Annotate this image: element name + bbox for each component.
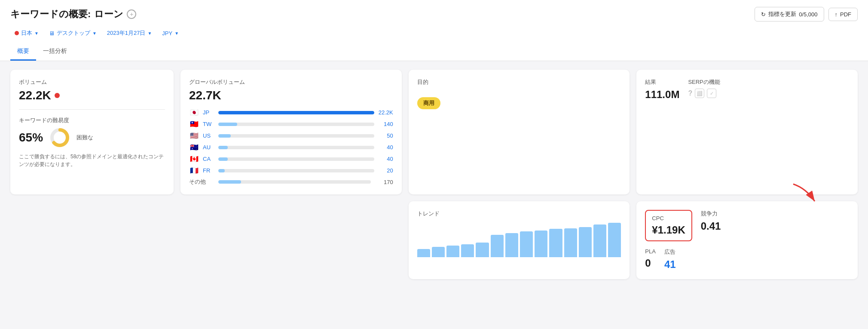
japan-flag-dot [15,31,19,35]
filter-row: 日本 ▼ 🖥 デスクトップ ▼ 2023年1月27日 ▼ JPY ▼ [10,27,858,40]
country-row-fr: 🇫🇷 FR 20 [189,166,393,175]
code-tw[interactable]: TW [203,121,215,127]
country-row-au: 🇦🇺 AU 40 [189,143,393,151]
filter-date-button[interactable]: 2023年1月27日 ▼ [103,27,156,40]
pla-value: 0 [645,257,656,269]
filter-device-button[interactable]: 🖥 デスクトップ ▼ [45,27,101,40]
filter-country-button[interactable]: 日本 ▼ [10,27,43,40]
results-serp-row: 結果 111.0M SERPの機能 ? ⬜ ✓ [645,78,849,101]
refresh-button[interactable]: ↻ 指標を更新 0/5,000 [755,7,824,22]
bar-bg-other [218,180,371,184]
bar-fill-tw [218,123,237,126]
pla-ads-row: PLA 0 広告 41 [645,248,849,271]
country-row-jp: 🇯🇵 JP 22.2K [189,108,393,117]
card-cpc: CPC ¥1.19K 競争力 0.41 PLA 0 広告 41 [636,201,858,279]
difficulty-sub: 困難な [76,134,93,141]
trend-bar-11 [564,228,577,257]
bar-fill-au [218,146,228,149]
cpc-value: ¥1.19K [652,224,685,236]
code-au[interactable]: AU [203,144,215,151]
global-volume-value: 22.7K [189,89,393,102]
filter-date-label: 2023年1月27日 [107,29,146,37]
other-count: 170 [378,179,393,185]
trends-label: トレンド [417,210,621,218]
serp-icons: ? ⬜ ✓ [688,89,720,98]
card-global-volume: グローバルボリューム 22.7K 🇯🇵 JP 22.2K 🇹🇼 TW [180,70,402,194]
header-actions: ↻ 指標を更新 0/5,000 ↑ PDF [755,7,858,22]
title-area: キーワードの概要: ローン + [10,8,136,21]
chevron-down-icon-3: ▼ [147,31,152,36]
serp-question-icon: ? [688,89,692,97]
count-jp: 22.2K [378,109,393,116]
pdf-icon: ↑ [835,11,838,18]
bar-bg-ca [218,157,374,161]
count-fr: 20 [378,167,393,174]
bar-fill-other [218,180,241,184]
code-fr[interactable]: FR [203,167,215,174]
purpose-label: 目的 [417,78,621,86]
code-us[interactable]: US [203,132,215,139]
pdf-button[interactable]: ↑ PDF [828,8,858,21]
pdf-label: PDF [840,11,851,18]
trend-bar-3 [446,246,459,257]
serp-icon-1[interactable]: ⬜ [695,89,704,98]
card-trends: トレンド [409,201,630,279]
trend-bar-5 [476,243,489,257]
trend-bar-9 [535,231,547,257]
bar-fill-jp [218,111,374,114]
difficulty-section: キーワードの難易度 65% 困難な ここで勝負するには、58の参照ドメインと最適… [19,117,165,168]
trend-bar-7 [505,233,518,257]
pla-section: PLA 0 [645,248,656,271]
serp-label: SERPの機能 [688,78,720,86]
code-ca[interactable]: CA [203,156,215,162]
chevron-down-icon-4: ▼ [174,31,179,36]
count-au: 40 [378,144,393,151]
flag-us: 🇺🇸 [189,132,199,140]
flag-tw: 🇹🇼 [189,120,199,128]
flag-jp: 🇯🇵 [189,108,199,117]
tab-bulk[interactable]: 一括分析 [36,43,74,61]
card-results: 結果 111.0M SERPの機能 ? ⬜ ✓ [636,70,858,194]
page-title-keyword: ローン [94,8,123,21]
ads-section: 広告 41 [664,248,676,271]
flag-fr: 🇫🇷 [189,166,199,175]
trend-bar-14 [608,223,621,257]
add-keyword-button[interactable]: + [127,9,136,19]
purpose-badge: 商用 [417,97,440,109]
card-volume: ボリューム 22.2K キーワードの難易度 65% 困難な [10,70,174,194]
tabs-row: 概要 一括分析 [10,43,858,61]
volume-label: ボリューム [19,78,165,86]
trend-bar-13 [593,224,606,257]
trends-chart [417,223,621,257]
difficulty-desc: ここで勝負するには、58の参照ドメインと最適化されたコンテンツが必要になります。 [19,153,165,168]
bar-bg-jp [218,111,374,114]
serp-icon-2[interactable]: ✓ [707,89,716,98]
results-value: 111.0M [645,89,679,101]
flag-au: 🇦🇺 [189,143,199,151]
filter-country-label: 日本 [21,29,32,37]
refresh-label: 指標を更新 [768,10,796,18]
difficulty-donut [49,127,70,148]
desktop-icon: 🖥 [49,30,55,37]
trend-bar-8 [520,231,533,257]
code-jp[interactable]: JP [203,109,215,116]
tab-overview[interactable]: 概要 [10,43,36,61]
bar-fill-fr [218,169,225,172]
trend-bar-6 [491,235,504,257]
trend-bar-4 [461,244,474,257]
bar-fill-us [218,134,231,138]
difficulty-label: キーワードの難易度 [19,117,165,124]
pla-label: PLA [645,248,656,255]
cpc-label: CPC [652,215,685,221]
filter-currency-button[interactable]: JPY ▼ [158,28,183,39]
trend-bar-1 [417,249,430,257]
serp-section: SERPの機能 ? ⬜ ✓ [688,78,720,101]
trend-bar-12 [579,227,592,257]
cpc-competition-row: CPC ¥1.19K 競争力 0.41 [645,210,849,241]
page-title-prefix: キーワードの概要: [10,8,91,21]
cpc-section: CPC ¥1.19K [645,210,692,241]
ads-label: 広告 [664,248,676,256]
global-volume-label: グローバルボリューム [189,78,393,86]
bar-bg-tw [218,123,374,126]
filter-device-label: デスクトップ [57,29,90,37]
